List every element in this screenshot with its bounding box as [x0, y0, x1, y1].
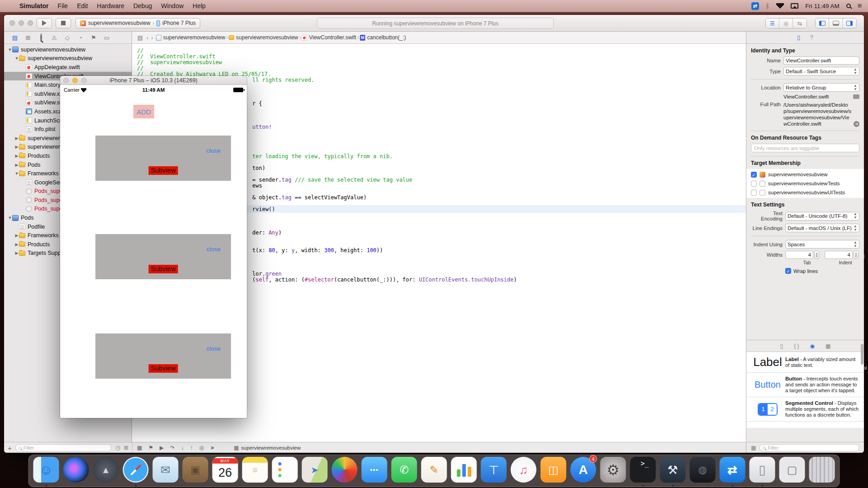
menu-hardware[interactable]: Hardware	[97, 2, 124, 9]
forward-button[interactable]: ›	[151, 34, 153, 41]
menu-file[interactable]: File	[58, 2, 68, 9]
dock-itunes-icon[interactable]: ♫	[511, 457, 537, 486]
display-mirroring-icon[interactable]	[791, 3, 798, 9]
debug-navigator-tab[interactable]: ◔	[77, 34, 84, 41]
menu-window[interactable]: Window	[161, 2, 184, 9]
menu-help[interactable]: Help	[193, 2, 206, 9]
dock-launchpad-icon[interactable]: ▲	[93, 457, 119, 486]
close-button[interactable]: close	[206, 246, 221, 253]
name-field[interactable]: ViewController.swift	[783, 56, 859, 65]
scm-status-filter-icon[interactable]: ⊠	[124, 445, 128, 451]
indent-width-field[interactable]: 4	[825, 251, 853, 259]
test-navigator-tab[interactable]: ◇	[64, 34, 71, 41]
tab-width-field[interactable]: 4	[785, 251, 813, 259]
back-button[interactable]: ‹	[146, 34, 148, 41]
type-dropdown[interactable]: Default - Swift Source▲▼	[783, 67, 859, 75]
dock-contacts-icon[interactable]: ▣	[183, 457, 208, 486]
close-window-button[interactable]	[9, 20, 15, 26]
toggle-inspector-button[interactable]	[843, 19, 856, 28]
breadcrumb-item[interactable]: Mcancelbutton(_:)	[360, 34, 406, 41]
scheme-selector[interactable]: A superviewremovesubview › iPhone 7 Plus	[75, 18, 200, 28]
indent-using-dropdown[interactable]: Spaces▲▼	[785, 240, 859, 249]
project-navigator-tab[interactable]: ▤	[11, 34, 19, 41]
file-inspector-tab[interactable]: ▯	[797, 34, 800, 41]
dock-safari-icon[interactable]	[123, 457, 149, 486]
target-membership-row[interactable]: superviewremovesubviewTests	[751, 179, 859, 188]
source-control-navigator-tab[interactable]: ⊞	[24, 34, 32, 41]
disclosure-triangle-icon[interactable]: ▼	[8, 216, 12, 220]
dock-photos-icon[interactable]	[332, 457, 358, 486]
navigator-filter-field[interactable]: Filter	[15, 444, 112, 451]
report-navigator-tab[interactable]: ▭	[103, 34, 110, 41]
wifi-icon[interactable]	[776, 3, 784, 9]
dock-reminders-icon[interactable]	[272, 457, 298, 486]
dock-mail-icon[interactable]: ✉	[153, 457, 179, 486]
zoom-window-button[interactable]	[28, 20, 33, 26]
open-in-finder-arrow-icon[interactable]: ➔	[854, 121, 859, 127]
target-checkbox[interactable]	[751, 190, 757, 196]
dock-terminal-icon[interactable]: >_	[630, 457, 656, 486]
disclosure-triangle-icon[interactable]: ▶	[14, 154, 19, 158]
scrollbar[interactable]	[861, 344, 863, 365]
breadcrumb-item[interactable]: superviewremovesubview	[229, 34, 298, 41]
folder-icon[interactable]	[853, 94, 859, 99]
dock-unknown-light-app-icon[interactable]: ▢	[779, 457, 805, 486]
location-dropdown[interactable]: Relative to Group▲▼	[783, 83, 859, 92]
quick-help-inspector-tab[interactable]: ?	[810, 34, 813, 41]
target-membership-row[interactable]: ✓superviewremovesubview	[751, 170, 859, 179]
menu-simulator[interactable]: Simulator	[19, 2, 49, 9]
hide-debug-area-icon[interactable]: ▦	[137, 445, 142, 451]
dock-keynote-icon[interactable]: ⊤	[481, 457, 507, 486]
library-item-button[interactable]: ButtonButton - Intercepts touch events a…	[746, 373, 864, 397]
dock-messages-icon[interactable]: •••	[362, 457, 387, 486]
dock-numbers-icon[interactable]	[451, 457, 477, 486]
dock-unknown-dark-app-icon[interactable]: ◍	[690, 457, 716, 486]
library-filter-field[interactable]: Filter	[760, 444, 859, 451]
minimize-window-button[interactable]	[19, 20, 24, 26]
issue-navigator-tab[interactable]: ⚠	[51, 34, 58, 41]
view-debugger-icon[interactable]: ◎	[199, 445, 203, 451]
dock-maps-icon[interactable]: ➤	[302, 457, 328, 486]
spotlight-icon[interactable]	[846, 4, 851, 8]
dock-facetime-icon[interactable]: ✆	[392, 457, 417, 486]
code-snippet-library-tab[interactable]: { }	[794, 343, 799, 349]
dock-teamviewer-icon[interactable]: ⇄	[720, 457, 745, 486]
library-item-label[interactable]: LabelLabel - A variably sized amount of …	[746, 352, 864, 373]
file-template-library-tab[interactable]: ▯	[780, 343, 783, 349]
teamviewer-menu-icon[interactable]: ⇄	[751, 2, 759, 10]
add-button[interactable]: ADD	[133, 105, 154, 118]
recent-files-filter-icon[interactable]: ◷	[115, 445, 120, 451]
wrap-lines-checkbox[interactable]: ✓	[785, 268, 791, 274]
dock-xcode-icon[interactable]: ⚒	[660, 457, 686, 486]
grid-view-icon[interactable]: ▦	[751, 445, 756, 451]
dock-siri-icon[interactable]	[63, 457, 89, 486]
line-endings-dropdown[interactable]: Default - macOS / Unix (LF)▲▼	[785, 224, 859, 232]
dock-app-store-icon[interactable]: 4A	[571, 457, 596, 486]
run-button[interactable]	[37, 18, 52, 28]
step-out-icon[interactable]: ↑	[190, 445, 193, 451]
disclosure-triangle-icon[interactable]: ▼	[8, 47, 12, 52]
version-editor-button[interactable]: ⇆	[793, 19, 807, 28]
toggle-debug-area-button[interactable]	[829, 19, 843, 28]
bluetooth-icon[interactable]: ᛒ	[766, 2, 769, 9]
dock-ibooks-icon[interactable]: ◫	[541, 457, 566, 486]
debug-process-crumb[interactable]: ▦ superviewremovesubview	[234, 445, 301, 451]
disclosure-triangle-icon[interactable]: ▼	[14, 171, 19, 176]
close-button[interactable]: close	[206, 147, 221, 154]
menu-clock[interactable]: Fri 11:49 AM	[805, 3, 840, 9]
disclosure-triangle-icon[interactable]: ▶	[14, 136, 19, 141]
file-tree-item[interactable]: ▼superviewremovesubview	[4, 45, 132, 54]
stop-button[interactable]	[56, 18, 71, 28]
file-tree-item[interactable]: ▼superviewremovesubview	[4, 54, 132, 63]
assistant-editor-button[interactable]: ◎	[779, 19, 793, 28]
target-checkbox[interactable]	[751, 181, 757, 187]
disclosure-triangle-icon[interactable]: ▶	[14, 163, 19, 167]
tab-width-stepper[interactable]: ▲▼	[814, 251, 819, 259]
target-membership-row[interactable]: superviewremovesubviewUITests	[751, 188, 859, 197]
disclosure-triangle-icon[interactable]: ▶	[14, 251, 19, 255]
target-checkbox[interactable]: ✓	[751, 172, 757, 178]
breadcrumb-item[interactable]: superviewremovesubview	[156, 34, 225, 41]
disclosure-triangle-icon[interactable]: ▶	[14, 242, 19, 247]
standard-editor-button[interactable]: ☰	[766, 19, 779, 28]
menu-edit[interactable]: Edit	[77, 2, 88, 9]
